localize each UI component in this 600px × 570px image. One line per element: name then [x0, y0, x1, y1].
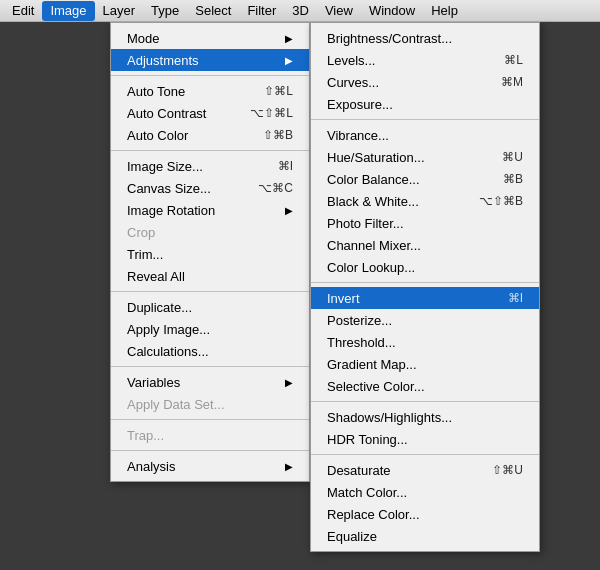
- adjustments-menu: Brightness/Contrast... Levels... ⌘L Curv…: [310, 22, 540, 552]
- menu-replace-color[interactable]: Replace Color...: [311, 503, 539, 525]
- menu-threshold[interactable]: Threshold...: [311, 331, 539, 353]
- separator-3: [111, 291, 309, 292]
- menu-gradient-map[interactable]: Gradient Map...: [311, 353, 539, 375]
- right-separator-2: [311, 282, 539, 283]
- menu-image-rotation[interactable]: Image Rotation ▶: [111, 199, 309, 221]
- separator-4: [111, 366, 309, 367]
- menu-channel-mixer[interactable]: Channel Mixer...: [311, 234, 539, 256]
- menu-hue-saturation[interactable]: Hue/Saturation... ⌘U: [311, 146, 539, 168]
- separator-6: [111, 450, 309, 451]
- menu-mode[interactable]: Mode ▶: [111, 27, 309, 49]
- menu-levels[interactable]: Levels... ⌘L: [311, 49, 539, 71]
- image-menu: Mode ▶ Adjustments ▶ Auto Tone ⇧⌘L Auto …: [110, 22, 310, 482]
- menu-auto-color[interactable]: Auto Color ⇧⌘B: [111, 124, 309, 146]
- menubar-edit[interactable]: Edit: [4, 1, 42, 21]
- menu-brightness-contrast[interactable]: Brightness/Contrast...: [311, 27, 539, 49]
- menu-exposure[interactable]: Exposure...: [311, 93, 539, 115]
- separator-5: [111, 419, 309, 420]
- menu-vibrance[interactable]: Vibrance...: [311, 124, 539, 146]
- menubar-image[interactable]: Image: [42, 1, 94, 21]
- menu-apply-image[interactable]: Apply Image...: [111, 318, 309, 340]
- menu-trim[interactable]: Trim...: [111, 243, 309, 265]
- menubar-select[interactable]: Select: [187, 1, 239, 21]
- menu-color-balance[interactable]: Color Balance... ⌘B: [311, 168, 539, 190]
- menu-calculations[interactable]: Calculations...: [111, 340, 309, 362]
- right-separator-3: [311, 401, 539, 402]
- menubar-filter[interactable]: Filter: [239, 1, 284, 21]
- menu-trap: Trap...: [111, 424, 309, 446]
- separator-1: [111, 75, 309, 76]
- menubar-layer[interactable]: Layer: [95, 1, 144, 21]
- menubar-view[interactable]: View: [317, 1, 361, 21]
- menu-duplicate[interactable]: Duplicate...: [111, 296, 309, 318]
- menu-equalize[interactable]: Equalize: [311, 525, 539, 547]
- menu-selective-color[interactable]: Selective Color...: [311, 375, 539, 397]
- menu-posterize[interactable]: Posterize...: [311, 309, 539, 331]
- menu-crop: Crop: [111, 221, 309, 243]
- menubar-type[interactable]: Type: [143, 1, 187, 21]
- menu-invert[interactable]: Invert ⌘I: [311, 287, 539, 309]
- menubar-3d[interactable]: 3D: [284, 1, 317, 21]
- menu-apply-data-set: Apply Data Set...: [111, 393, 309, 415]
- menus-wrapper: Mode ▶ Adjustments ▶ Auto Tone ⇧⌘L Auto …: [55, 22, 540, 552]
- separator-2: [111, 150, 309, 151]
- menu-reveal-all[interactable]: Reveal All: [111, 265, 309, 287]
- menu-auto-contrast[interactable]: Auto Contrast ⌥⇧⌘L: [111, 102, 309, 124]
- menu-auto-tone[interactable]: Auto Tone ⇧⌘L: [111, 80, 309, 102]
- menu-adjustments[interactable]: Adjustments ▶: [111, 49, 309, 71]
- right-separator-4: [311, 454, 539, 455]
- menu-analysis[interactable]: Analysis ▶: [111, 455, 309, 477]
- menu-photo-filter[interactable]: Photo Filter...: [311, 212, 539, 234]
- menu-curves[interactable]: Curves... ⌘M: [311, 71, 539, 93]
- menu-hdr-toning[interactable]: HDR Toning...: [311, 428, 539, 450]
- menu-black-white[interactable]: Black & White... ⌥⇧⌘B: [311, 190, 539, 212]
- menubar: Edit Image Layer Type Select Filter 3D V…: [0, 0, 600, 22]
- right-separator-1: [311, 119, 539, 120]
- menubar-window[interactable]: Window: [361, 1, 423, 21]
- menu-canvas-size[interactable]: Canvas Size... ⌥⌘C: [111, 177, 309, 199]
- menu-color-lookup[interactable]: Color Lookup...: [311, 256, 539, 278]
- menu-variables[interactable]: Variables ▶: [111, 371, 309, 393]
- menu-match-color[interactable]: Match Color...: [311, 481, 539, 503]
- menubar-help[interactable]: Help: [423, 1, 466, 21]
- menu-image-size[interactable]: Image Size... ⌘I: [111, 155, 309, 177]
- menu-desaturate[interactable]: Desaturate ⇧⌘U: [311, 459, 539, 481]
- menu-shadows-highlights[interactable]: Shadows/Highlights...: [311, 406, 539, 428]
